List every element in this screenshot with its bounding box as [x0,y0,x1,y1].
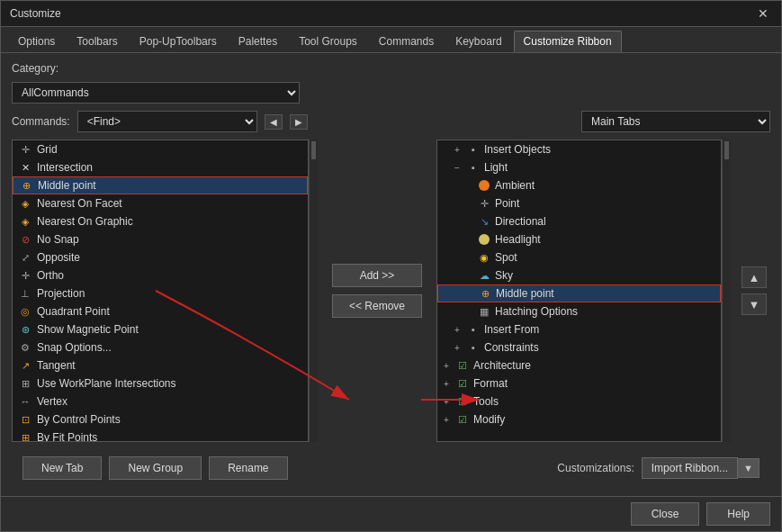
tab-toolgroups[interactable]: Tool Groups [289,31,367,52]
commands-find-select[interactable]: <Find> [77,111,257,132]
import-ribbon-button[interactable]: Import Ribbon... [642,457,738,479]
tree-item-label: Middle point [496,287,554,300]
list-item[interactable]: ⚙ Snap Options... [13,338,308,356]
tree-item-hatching-options[interactable]: ▦ Hatching Options [437,302,721,320]
tree-item-spot[interactable]: ◉ Spot [437,248,721,266]
list-item-label: Tangent [37,359,76,372]
hatching-icon: ▦ [477,304,491,319]
commands-list: ✛ Grid ✕ Intersection ⊕ Middle point ◈ N… [12,140,309,442]
list-item[interactable]: ◈ Nearest On Facet [13,194,308,212]
tree-item-label: Sky [495,269,513,282]
list-item[interactable]: ✛ Ortho [13,266,308,284]
middle-buttons: Add >> << Remove [325,140,429,442]
grid-icon: ✛ [18,142,32,157]
title-bar: Customize ✕ [1,1,781,27]
tree-item-label: Insert From [484,323,539,336]
tab-commands[interactable]: Commands [369,31,444,52]
expand-icon: + [441,397,452,407]
constraints-icon: ▪ [466,340,481,355]
dialog-footer: Close Help [1,496,781,531]
rename-button[interactable]: Rename [209,456,287,480]
tab-customize-ribbon[interactable]: Customize Ribbon [514,31,622,52]
window-close-button[interactable]: ✕ [754,6,772,21]
tree-item-ambient[interactable]: Ambient [437,176,721,194]
category-select[interactable]: AllCommands [12,82,300,104]
tree-item-directional[interactable]: ↘ Directional [437,212,721,230]
tab-palettes[interactable]: Palettes [229,31,287,52]
list-item[interactable]: ⊞ Use WorkPlane Intersections [13,374,308,392]
list-item[interactable]: ↔ Vertex [13,392,308,410]
list-item[interactable]: ⊡ By Control Points [13,410,308,428]
list-item[interactable]: ◈ Nearest On Graphic [13,212,308,230]
list-item[interactable]: ⊞ By Fit Points [13,428,308,442]
expand-icon: − [452,163,463,173]
tree-item-point[interactable]: ✛ Point [437,194,721,212]
list-item-label: Ortho [37,269,64,282]
reorder-buttons: ▲ ▼ [738,140,770,442]
category-label: Category: [12,62,58,75]
nearest-graphic-icon: ◈ [18,214,32,229]
move-up-button[interactable]: ▲ [742,266,767,288]
list-item[interactable]: ⊘ No Snap [13,230,308,248]
help-button[interactable]: Help [706,502,770,526]
expand-icon: + [452,145,463,155]
list-item[interactable]: ✛ Grid [13,140,308,158]
left-scrollbar[interactable] [309,140,318,442]
midpoint-icon: ⊕ [19,178,33,193]
ribbon-tree: + ▪ Insert Objects − ▪ Light [436,140,722,442]
remove-button[interactable]: << Remove [332,294,422,318]
bottom-bar: New Tab New Group Rename Customizations:… [12,449,770,487]
move-down-button[interactable]: ▼ [742,293,767,315]
tangent-icon: ↗ [18,358,32,373]
tree-item-label: Insert Objects [484,143,551,156]
main-tabs-select[interactable]: Main Tabs [581,111,770,132]
by-control-points-icon: ⊡ [18,412,32,427]
list-item[interactable]: ⊛ Show Magnetic Point [13,320,308,338]
expand-icon: + [452,343,463,353]
tree-item-label: Format [473,377,508,390]
list-item-middle-point[interactable]: ⊕ Middle point [13,176,308,194]
new-group-button[interactable]: New Group [109,456,202,480]
tree-item-architecture[interactable]: + ☑ Architecture [437,356,721,374]
tree-item-format[interactable]: + ☑ Format [437,374,721,392]
commands-label: Commands: [12,115,70,128]
right-scrollbar[interactable] [722,140,731,442]
next-button[interactable]: ▶ [290,114,308,130]
tree-item-tools[interactable]: + ☑ Tools [437,392,721,410]
close-button[interactable]: Close [631,502,700,526]
list-item-label: No Snap [37,233,79,246]
list-item-label: Quadrant Point [37,305,110,318]
tab-toolbars[interactable]: Toolbars [67,31,127,52]
tree-item-modify[interactable]: + ☑ Modify [437,410,721,428]
quadrant-icon: ◎ [18,304,32,319]
tab-options[interactable]: Options [8,31,65,52]
new-tab-button[interactable]: New Tab [22,456,102,480]
add-button[interactable]: Add >> [332,264,422,287]
list-item-label: Vertex [37,395,67,408]
list-item-label: By Control Points [37,413,121,426]
tree-item-light[interactable]: − ▪ Light [437,158,721,176]
list-item[interactable]: ◎ Quadrant Point [13,302,308,320]
list-item-label: By Fit Points [37,431,97,442]
spot-icon: ◉ [477,250,491,265]
tree-item-headlight[interactable]: Headlight [437,230,721,248]
list-item-label: Grid [37,143,58,156]
list-item[interactable]: ⊥ Projection [13,284,308,302]
workplane-icon: ⊞ [18,376,32,391]
list-item[interactable]: ✕ Intersection [13,158,308,176]
tree-item-insert-from[interactable]: + ▪ Insert From [437,320,721,338]
bottom-action-buttons: New Tab New Group Rename [22,456,550,480]
prev-button[interactable]: ◀ [265,114,283,130]
tree-item-insert-objects[interactable]: + ▪ Insert Objects [437,140,721,158]
list-item-label: Show Magnetic Point [37,323,139,336]
import-ribbon-dropdown[interactable]: ▼ [738,458,760,478]
tab-popuptoolbars[interactable]: Pop-UpToolbars [130,31,227,52]
tree-item-middle-point[interactable]: ⊕ Middle point [437,284,721,302]
tree-item-sky[interactable]: ☁ Sky [437,266,721,284]
list-item[interactable]: ⤢ Opposite [13,248,308,266]
tab-keyboard[interactable]: Keyboard [445,31,511,52]
list-item[interactable]: ↗ Tangent [13,356,308,374]
list-item-label: Snap Options... [37,341,112,354]
tree-item-constraints[interactable]: + ▪ Constraints [437,338,721,356]
list-item-label: Intersection [37,161,93,174]
